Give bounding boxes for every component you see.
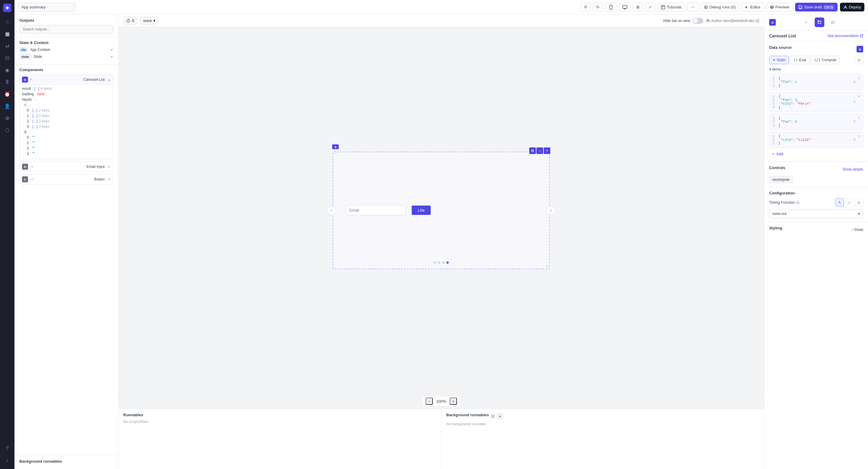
nav-help-icon[interactable]: ?	[2, 444, 12, 453]
timing-fn-select[interactable]: ease-out ▾	[769, 209, 863, 218]
component-a-details: result : [...] 4 items loading : false i…	[20, 85, 113, 159]
component-c-block: c ☞ Button ▼	[19, 174, 113, 184]
component-a-chevron[interactable]: ▲	[107, 78, 111, 82]
more-options-button[interactable]: ⋯	[687, 3, 698, 11]
zoom-out-button[interactable]: −	[426, 398, 433, 405]
undo-button[interactable]: ↺	[581, 3, 590, 11]
canvas-email-input[interactable]	[345, 205, 406, 215]
component-a-badge: a	[22, 76, 28, 83]
svg-rect-1	[610, 5, 612, 9]
debug-button[interactable]: Debug runs (0)	[701, 3, 739, 11]
json-item-2-line-1: 1 {	[772, 95, 860, 98]
canvas-frame: Lille	[333, 152, 550, 269]
json-drag-3[interactable]: ⠿	[853, 120, 856, 124]
add-bg-runnable-button[interactable]: +	[497, 413, 503, 419]
tab-settings-icon[interactable]: 🏷	[828, 18, 838, 27]
add-item-button[interactable]: + Add	[769, 150, 863, 158]
frame-download-icon[interactable]: ↓	[536, 147, 543, 154]
see-docs-link[interactable]: See documentation	[828, 34, 863, 38]
tutorials-button[interactable]: Tutorials	[658, 3, 685, 11]
json-drag-2[interactable]: ⠿	[853, 100, 856, 104]
dot-1[interactable]	[434, 261, 436, 264]
nav-schedules-icon[interactable]: ⏰	[2, 89, 12, 99]
hide-bar-toggle[interactable]	[692, 18, 704, 24]
datasource-header: Data source a	[769, 45, 863, 53]
dot-4[interactable]	[446, 261, 449, 264]
json-item-3-line-1: 1 {	[772, 116, 860, 120]
nav-resources-icon[interactable]: ◉	[2, 65, 12, 75]
bg-runnables-pane: Background runnables + No background run…	[441, 409, 764, 469]
nav-flows-icon[interactable]: ⇄	[2, 41, 12, 51]
json-drag-4[interactable]: ⠿	[853, 138, 856, 142]
right-panel-top: a + 🏷	[764, 14, 868, 30]
save-draft-button[interactable]: Save draft Ctrl S	[795, 3, 838, 11]
desktop-view-button[interactable]	[619, 3, 630, 12]
timing-reset-icon[interactable]: ⊙	[855, 198, 863, 207]
zoom-controls: − 100% +	[422, 396, 460, 406]
carousel-next-button[interactable]: ›	[546, 206, 556, 215]
a-c-1: 1 : {...} 2 keys	[22, 113, 111, 119]
nav-integrations-icon[interactable]: ⬡	[2, 125, 12, 135]
ctx-chevron-icon[interactable]: ▼	[110, 48, 113, 52]
timing-edit-icon[interactable]: ✎	[835, 198, 844, 207]
timing-eval-icon[interactable]: ⟨⟩	[845, 198, 854, 207]
nav-variables-icon[interactable]: $	[2, 77, 12, 87]
tab-add-icon[interactable]: +	[801, 18, 811, 27]
dot-2[interactable]	[438, 261, 440, 264]
nav-users-icon[interactable]: 👤	[2, 101, 12, 111]
canvas-frame-inner: Lille	[333, 152, 549, 269]
redo-button[interactable]: ↻	[593, 3, 603, 11]
timing-fn-label: Timing Function	[769, 200, 800, 205]
nav-settings-icon[interactable]: ⚙	[2, 113, 12, 123]
ds-tab-compute[interactable]: ⟨/⟩ Compute	[811, 56, 840, 64]
json-drag-1[interactable]: ⠿	[853, 80, 856, 84]
resize-handle[interactable]	[544, 264, 549, 269]
frame-resize-icon[interactable]: ⊞	[529, 147, 536, 154]
dot-3[interactable]	[442, 261, 444, 264]
align-button[interactable]: ⊞	[633, 3, 643, 11]
json-item-4: 1 { 2 "city": "Lille" 3 } ⠿ ✕	[769, 132, 863, 148]
search-outputs-input[interactable]	[19, 25, 113, 33]
editor-button[interactable]: Editor	[741, 3, 764, 11]
json-close-3[interactable]: ✕	[856, 115, 862, 121]
json-close-2[interactable]: ✕	[856, 93, 862, 99]
json-close-4[interactable]: ✕	[856, 133, 862, 139]
chevron-left-icon: ‹	[852, 227, 853, 232]
state-chevron-icon[interactable]: ▼	[110, 55, 113, 59]
nav-scripts-icon[interactable]: ⟨/⟩	[2, 53, 12, 63]
tab-component-icon[interactable]	[815, 18, 824, 27]
cursor-c-icon: ☞	[30, 177, 34, 182]
app-title-input[interactable]	[18, 3, 75, 11]
frame-more-icon[interactable]: +	[544, 147, 550, 154]
edit-a-icon[interactable]: ✎	[30, 77, 33, 82]
left-nav: ⌂ ▦ ⇄ ⟨/⟩ ◉ $ ⏰ 👤 ⚙ ⬡ ? ‹	[0, 0, 14, 469]
deploy-button[interactable]: Deploy	[840, 3, 864, 11]
preview-button[interactable]: Preview	[767, 3, 793, 11]
once-selector[interactable]: once ▾	[141, 17, 158, 24]
canvas-lille-button[interactable]: Lille	[412, 206, 431, 215]
nav-collapse-icon[interactable]: ‹	[2, 456, 12, 465]
author-email: Author henri@windmill.dev	[711, 19, 754, 23]
state-context-title: State & Context	[19, 40, 113, 45]
hide-bar-area: Hide bar on view Author henri@windmill.d…	[663, 18, 759, 24]
zoom-in-button[interactable]: +	[450, 398, 457, 405]
recompute-badge[interactable]: recompute	[769, 176, 793, 183]
fullscreen-button[interactable]: ⤢	[645, 3, 655, 11]
nav-home-icon[interactable]: ⌂	[2, 17, 12, 27]
show-details-link[interactable]: Show details	[843, 167, 863, 171]
json-item-1-line-2: 2 "foo": 1	[772, 80, 860, 84]
app-logo[interactable]	[3, 4, 11, 12]
mobile-view-button[interactable]	[605, 3, 617, 12]
component-b-chevron[interactable]: ▼	[107, 165, 111, 168]
carousel-prev-button[interactable]: ‹	[327, 206, 336, 215]
ds-tab-eval[interactable]: ⟨⟩ Eval	[790, 56, 809, 64]
nav-apps-icon[interactable]: ▦	[2, 29, 12, 39]
state-tag: state	[19, 54, 31, 59]
component-c-chevron[interactable]: ▼	[107, 178, 111, 181]
styling-show-button[interactable]: ‹ Show	[852, 227, 863, 232]
datasource-more-button[interactable]: ⊙	[855, 56, 863, 64]
author-info: Author henri@windmill.dev	[706, 19, 759, 23]
frame-label-a: a	[332, 145, 339, 149]
ds-tab-static[interactable]: ✦ Static	[769, 56, 789, 64]
json-close-1[interactable]: ✕	[856, 75, 862, 81]
